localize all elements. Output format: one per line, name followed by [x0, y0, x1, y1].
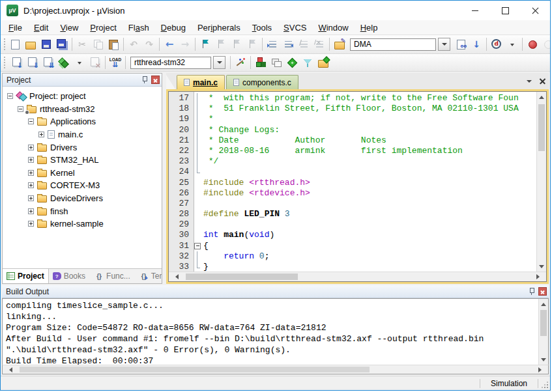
target-select[interactable]: rtthread-stm32 [130, 57, 211, 69]
code-line[interactable]: 20 * Change Logs: [169, 125, 536, 135]
scrollbar-track[interactable] [539, 309, 548, 355]
scroll-left-arrow[interactable] [169, 272, 184, 282]
scroll-down-arrow[interactable] [539, 355, 548, 365]
build-output-text[interactable]: compiling timeslice_sample.c...linking..… [3, 299, 538, 365]
tree-expander-plus[interactable] [28, 157, 34, 163]
scrollbar-track[interactable] [537, 102, 546, 262]
menu-tools[interactable]: Tools [246, 21, 278, 34]
unindent-button[interactable] [280, 36, 296, 52]
tree-item-applications[interactable]: Applications [3, 115, 162, 128]
editor-tab-components-c[interactable]: components.c [226, 75, 298, 89]
download-button[interactable]: LOAD [108, 55, 123, 70]
menu-svcs[interactable]: SVCS [278, 21, 312, 34]
toolbar-grip[interactable] [4, 38, 5, 50]
select-software-packs-button[interactable] [300, 55, 315, 70]
menu-flash[interactable]: Flash [123, 21, 155, 34]
target-dropdown-button[interactable] [213, 56, 225, 69]
scroll-up-arrow[interactable] [539, 299, 548, 309]
tree-expander-plus[interactable] [28, 208, 34, 214]
tree-item-kernel[interactable]: Kernel [3, 167, 162, 180]
search-dropdown-button[interactable] [438, 38, 450, 51]
tree-expander-plus[interactable] [28, 145, 34, 150]
navigate-back-button[interactable] [162, 36, 177, 52]
toolbar-grip[interactable] [4, 57, 7, 68]
tree-expander-plus[interactable] [28, 195, 34, 201]
code-line[interactable]: 31{ [169, 241, 536, 251]
code-line[interactable]: 33} [169, 262, 536, 272]
scrollbar-thumb[interactable] [538, 104, 545, 151]
scroll-right-arrow[interactable] [532, 365, 548, 374]
batch-build-button[interactable] [56, 55, 72, 70]
find-symbols-dropdown-button[interactable] [504, 36, 520, 52]
scroll-right-arrow[interactable] [530, 272, 546, 282]
code-line[interactable]: 21 * Date Author Notes [169, 135, 536, 146]
menu-project[interactable]: Project [84, 21, 122, 34]
tree-expander-minus[interactable] [7, 93, 13, 99]
maximize-button[interactable] [490, 1, 520, 20]
scrollbar-thumb[interactable] [186, 273, 298, 280]
build-output-close-button[interactable] [538, 287, 547, 296]
batch-build-dropdown-button[interactable] [72, 55, 87, 70]
tree-item-main-c[interactable]: main.c [3, 128, 162, 141]
pin-icon[interactable] [527, 287, 536, 296]
open-file-button[interactable] [23, 36, 38, 52]
manage-runtime-environment-button[interactable] [253, 55, 269, 70]
tree-expander-minus[interactable] [18, 106, 23, 112]
menu-view[interactable]: View [54, 21, 84, 34]
code-line[interactable]: 17 * with this program; if not, write to… [169, 93, 536, 104]
code-line[interactable]: 23 */ [169, 156, 536, 167]
menu-file[interactable]: File [3, 21, 28, 34]
search-input[interactable]: DMA [350, 38, 436, 51]
tree-expander-plus[interactable] [28, 182, 34, 188]
find-in-files-button[interactable] [453, 36, 469, 52]
code-line[interactable]: 24 [169, 167, 536, 177]
tree-item-rtthread-stm32[interactable]: rtthread-stm32 [3, 103, 162, 116]
paste-button[interactable] [106, 36, 121, 52]
tree-item-devicedrivers[interactable]: DeviceDrivers [3, 192, 162, 205]
tree-item-project-project[interactable]: Project: project [3, 90, 162, 103]
menu-window[interactable]: Window [312, 21, 354, 34]
code-line[interactable]: 26#include <rtdevice.h> [169, 188, 536, 199]
tree-expander-plus[interactable] [28, 221, 34, 227]
indent-button[interactable] [265, 36, 280, 52]
tree-expander-plus[interactable] [38, 132, 44, 137]
translate-file-button[interactable] [9, 55, 25, 70]
save-all-button[interactable] [54, 36, 70, 52]
pack-installer-button[interactable] [284, 55, 300, 70]
incremental-find-button[interactable] [469, 36, 484, 52]
scrollbar-track[interactable] [18, 365, 532, 374]
build-button[interactable] [25, 55, 40, 70]
code-line[interactable]: 30int main(void) [169, 230, 536, 240]
pin-icon[interactable] [140, 76, 149, 85]
scrollbar-track[interactable] [184, 272, 530, 281]
scrollbar-thumb[interactable] [540, 310, 547, 336]
code-line[interactable]: 19 * [169, 114, 536, 124]
menu-debug[interactable]: Debug [155, 21, 192, 34]
project-panel-close-button[interactable] [151, 76, 160, 84]
manage-project-items-button[interactable] [269, 55, 284, 70]
rebuild-all-button[interactable] [40, 55, 56, 70]
configure-search-button[interactable] [332, 36, 347, 52]
insert-breakpoint-button[interactable] [525, 36, 540, 52]
tree-item-drivers[interactable]: Drivers [3, 141, 162, 154]
scrollbar-thumb[interactable] [20, 367, 370, 372]
menu-edit[interactable]: Edit [28, 21, 54, 34]
tree-item-finsh[interactable]: finsh [3, 204, 162, 217]
panel-tab-temp[interactable]: Temp... [136, 269, 162, 283]
scroll-up-arrow[interactable] [537, 92, 546, 102]
scroll-down-arrow[interactable] [537, 262, 546, 272]
manage-books-button[interactable] [315, 55, 331, 70]
new-file-button[interactable] [7, 36, 23, 52]
save-button[interactable] [38, 36, 54, 52]
tree-expander-minus[interactable] [28, 119, 34, 124]
close-button[interactable] [520, 1, 550, 20]
scroll-left-arrow[interactable] [3, 365, 18, 374]
code-line[interactable]: 25#include <rtthread.h> [169, 178, 536, 188]
find-symbols-button[interactable] [489, 36, 504, 52]
editor-tab-main-c[interactable]: main.c [177, 75, 225, 89]
code-editor[interactable]: 17 * with this program; if not, write to… [169, 92, 536, 272]
panel-tab-project[interactable]: Project [3, 269, 49, 283]
panel-tab-func[interactable]: Func... [91, 269, 134, 283]
tab-list-dropdown-button[interactable] [523, 75, 536, 88]
code-line[interactable]: 28#define LED_PIN 3 [169, 209, 536, 219]
